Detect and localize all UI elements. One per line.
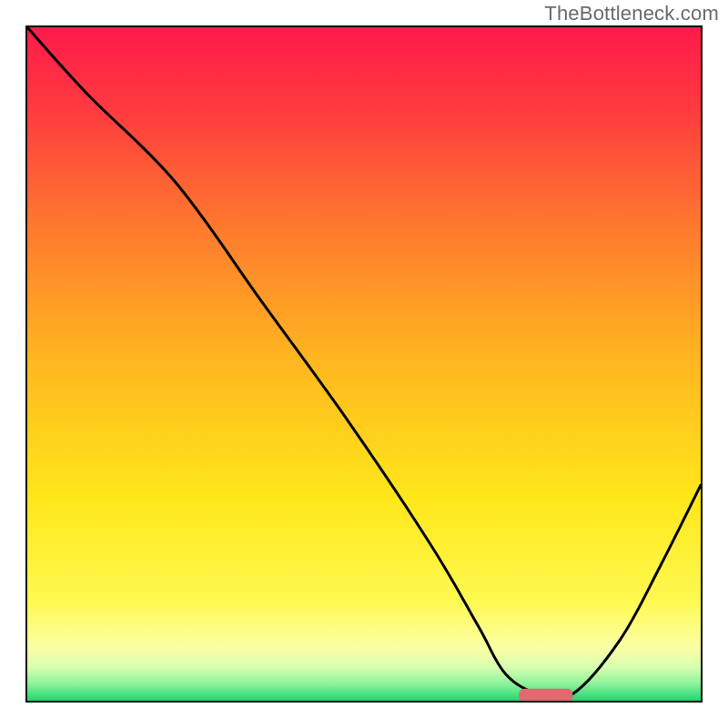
plot-area — [25, 25, 703, 703]
optimal-marker — [27, 27, 701, 701]
chart-frame: TheBottleneck.com — [0, 0, 728, 728]
svg-rect-1 — [519, 689, 572, 701]
watermark-text: TheBottleneck.com — [544, 2, 719, 25]
